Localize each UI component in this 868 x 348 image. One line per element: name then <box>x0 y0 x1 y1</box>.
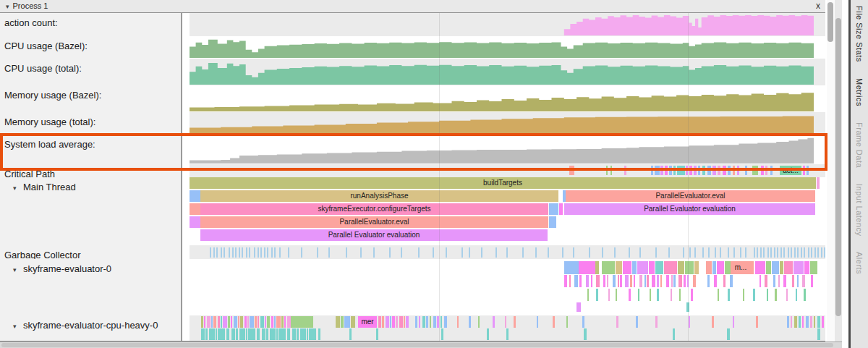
trace-slice-fragment <box>341 316 344 328</box>
trace-slice-fragment <box>441 328 443 340</box>
tab-metrics[interactable]: Metrics <box>855 78 864 106</box>
trace-slice-fragment <box>574 275 578 287</box>
trace-slice-fragment <box>216 247 218 258</box>
trace-slice-fragment <box>817 316 820 328</box>
trace-slice-fragment <box>569 275 571 287</box>
panel-scrollbar-thumb[interactable] <box>827 2 833 42</box>
close-button[interactable]: x <box>816 0 820 12</box>
slice-lane <box>182 302 825 312</box>
track-label-text: Main Thread <box>23 182 76 192</box>
trace-slice[interactable]: Parallel Evaluator evaluation <box>564 203 815 215</box>
track-canvas-gc[interactable] <box>182 245 825 259</box>
trace-slice[interactable]: ParallelEvaluator.eval <box>566 190 815 202</box>
trace-slice-fragment <box>602 261 615 274</box>
trace-slice[interactable]: skyframeExecutor.configureTargets <box>200 203 548 215</box>
trace-slice-fragment <box>595 261 599 274</box>
horizontal-scrollbar[interactable] <box>0 341 842 348</box>
trace-slice-fragment <box>236 328 238 340</box>
trace-slice-fragment <box>650 289 651 301</box>
trace-slice-fragment <box>694 261 699 274</box>
trace-slice-fragment <box>242 247 243 258</box>
trace-slice-fragment <box>221 247 222 258</box>
tab-file-size-stats[interactable]: File Size Stats <box>855 6 864 62</box>
trace-slice-fragment <box>522 247 524 258</box>
track-left-gutter <box>182 36 190 59</box>
trace-slice-fragment <box>824 247 825 258</box>
collapse-arrow-icon[interactable]: ▾ <box>13 266 23 273</box>
trace-slice[interactable]: runAnalysisPhase <box>200 190 558 202</box>
track-label-text: Memory usage (Bazel): <box>4 90 101 101</box>
track-canvas-sysload[interactable] <box>182 135 825 164</box>
trace-slice[interactable]: m... <box>728 261 754 274</box>
track-canvas-sky0[interactable]: m... <box>182 259 825 315</box>
trace-slice-fragment <box>817 177 820 189</box>
trace-slice-fragment <box>677 166 685 175</box>
trace-slice-fragment <box>549 203 558 215</box>
trace-slice-fragment <box>378 316 381 328</box>
trace-slice-fragment <box>549 216 556 228</box>
track-canvas-cpu_bazel[interactable] <box>182 36 825 59</box>
track-canvas-action_count[interactable] <box>182 13 825 36</box>
trace-slice-fragment <box>246 328 247 340</box>
trace-slice-fragment <box>802 316 804 328</box>
trace-slice[interactable]: ParallelEvaluator.eval <box>200 216 548 228</box>
panel-vertical-scrollbar[interactable] <box>827 0 835 341</box>
trace-slice-fragment <box>814 316 815 328</box>
trace-slice[interactable]: act... <box>780 166 801 175</box>
trace-slice-fragment <box>638 289 639 301</box>
trace-slice-fragment <box>660 166 663 175</box>
slice-lane <box>182 289 825 301</box>
trace-slice-fragment <box>821 247 822 258</box>
trace-slice[interactable]: buildTargets <box>190 177 816 189</box>
track-label-skycpu[interactable]: ▾skyframe-evaluator-cpu-heavy-0 <box>0 315 182 341</box>
track-label-main_thread[interactable]: ▾Main Thread <box>0 177 182 245</box>
track-canvas-cpu_total[interactable] <box>182 59 825 85</box>
track-canvas-mem_total[interactable] <box>182 112 825 135</box>
collapse-arrow-icon[interactable]: ▾ <box>13 184 23 192</box>
trace-slice-fragment <box>723 166 726 175</box>
trace-slice-fragment <box>753 289 755 301</box>
track-label-sky0[interactable]: ▾skyframe-evaluator-0 <box>0 259 182 315</box>
trace-slice-fragment <box>336 316 340 328</box>
track-canvas-main_thread[interactable]: buildTargetsrunAnalysisPhaseParallelEval… <box>182 177 825 245</box>
trace-slice-fragment <box>765 275 767 287</box>
track-canvas-critical_path[interactable]: act... <box>182 164 825 177</box>
trace-slice-fragment <box>702 247 704 258</box>
trace-slice-fragment <box>689 247 691 258</box>
trace-slice-fragment <box>678 261 684 274</box>
horizontal-scrollbar-thumb[interactable] <box>1 343 833 347</box>
track-rows: action count:CPU usage (Bazel):CPU usage… <box>0 13 825 341</box>
trace-slice-fragment <box>625 275 629 287</box>
trace-slice-fragment <box>213 247 215 258</box>
trace-slice-fragment <box>297 328 299 340</box>
track-row-cpu_total: CPU usage (total): <box>0 59 825 85</box>
track-canvas-mem_bazel[interactable] <box>182 85 825 112</box>
trace-slice-fragment <box>224 247 225 258</box>
trace-slice-fragment <box>274 247 276 258</box>
trace-slice-fragment <box>810 261 817 274</box>
track-label-cpu_total: CPU usage (total): <box>0 59 182 85</box>
trace-slice-fragment <box>673 166 676 175</box>
trace-slice-fragment <box>637 261 648 274</box>
trace-slice-fragment <box>632 261 637 274</box>
trace-slice-fragment <box>752 166 758 175</box>
trace-slice-fragment <box>514 316 516 328</box>
trace-slice[interactable]: mer <box>358 316 377 328</box>
trace-slice-fragment <box>725 261 731 274</box>
collapse-arrow-icon[interactable]: ▾ <box>6 1 9 13</box>
track-label-cpu_bazel: CPU usage (Bazel): <box>0 36 182 59</box>
trace-slice-fragment <box>652 275 655 287</box>
trace-slice-fragment <box>636 316 638 328</box>
trace-slice-fragment <box>737 166 739 175</box>
track-canvas-skycpu[interactable]: mer <box>182 315 825 341</box>
page-scrollbar-thumb[interactable] <box>835 18 841 316</box>
track-left-gutter <box>182 177 190 245</box>
trace-slice-fragment <box>260 316 264 328</box>
trace-slice[interactable]: Parallel Evaluator evaluation <box>200 229 548 241</box>
trace-slice-fragment <box>791 316 792 328</box>
trace-slice-fragment <box>579 275 582 287</box>
trace-slice-fragment <box>614 247 616 258</box>
counter-area-chart <box>182 59 825 85</box>
page-vertical-scrollbar[interactable] <box>835 0 842 348</box>
collapse-arrow-icon[interactable]: ▾ <box>13 323 23 330</box>
